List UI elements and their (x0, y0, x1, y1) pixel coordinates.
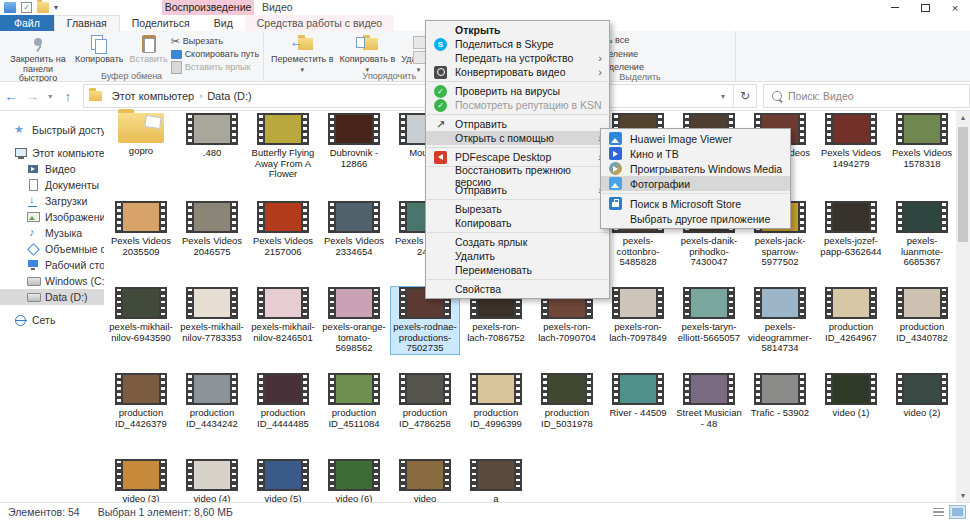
context-menu-item[interactable]: PDFescape Desktop› (426, 150, 609, 164)
context-menu-item[interactable]: Передать на устройство› (426, 51, 609, 65)
sidebar-item[interactable]: Рабочий стол (0, 257, 104, 273)
file-item[interactable]: pexels-mikhail-nilov-8246501 (249, 287, 317, 343)
ribbon-button[interactable]: ←Переместить в▾ (268, 33, 336, 75)
file-item[interactable]: Pexels Videos 2035509 (107, 201, 175, 257)
context-menu-item[interactable]: Отправить› (426, 183, 609, 197)
file-item[interactable]: video (2) (888, 373, 956, 419)
context-menu-item[interactable]: SПоделиться в Skype (426, 37, 609, 51)
sidebar-item[interactable]: Изображения (0, 209, 104, 225)
context-menu-item[interactable]: Удалить (426, 249, 609, 263)
file-item[interactable]: pexels-orange-tomato-5698562 (320, 287, 388, 354)
tab-video-tools[interactable]: Средства работы с видео (245, 15, 394, 31)
file-item[interactable]: pexels-jozef-papp-6362644 (817, 201, 885, 257)
file-item[interactable]: production ID_4264967 (817, 287, 885, 343)
context-menu-item[interactable]: Переименовать (426, 263, 609, 277)
sidebar-item[interactable]: Документы (0, 177, 104, 193)
context-menu-item[interactable]: Вырезать (426, 202, 609, 216)
file-item[interactable]: Butterfly Flying Away From A Flower (249, 113, 317, 180)
scrollbar-thumb[interactable] (958, 127, 968, 242)
context-menu-item[interactable]: Восстановить прежнюю версию (426, 169, 609, 183)
file-item[interactable]: Pexels Videos 2157006 (249, 201, 317, 257)
vertical-scrollbar[interactable]: ▲ ▼ (956, 111, 970, 503)
open-with-item[interactable]: Выбрать другое приложение (601, 211, 790, 226)
file-item[interactable]: pexels-mikhail-nilov-7783353 (178, 287, 246, 343)
context-menu-item[interactable]: Копировать (426, 216, 609, 230)
scroll-up-icon[interactable]: ▲ (956, 111, 970, 125)
context-menu-item[interactable]: Конвертировать видео› (426, 65, 609, 79)
file-item[interactable]: pexels-ron-lach-7097849 (604, 287, 672, 343)
refresh-icon[interactable]: ↻ (733, 85, 756, 107)
breadcrumb-this-pc[interactable]: Этот компьютер (108, 90, 198, 102)
file-item[interactable]: pexels-videogrammer-5814734 (746, 287, 814, 354)
details-view-toggle[interactable] (930, 505, 947, 519)
file-item[interactable]: .480 (178, 113, 246, 159)
recent-locations-chevron-icon[interactable]: ▾ (43, 92, 57, 101)
file-item[interactable]: video (5) (249, 459, 317, 505)
sidebar-item[interactable]: Музыка (0, 225, 104, 241)
file-item[interactable]: production ID_4340782 (888, 287, 956, 343)
ribbon-small-button[interactable]: Скопировать путь (171, 48, 259, 60)
open-with-item[interactable]: Кино и ТВ (601, 146, 790, 161)
customize-quick-access-chevron-icon[interactable]: ▾ (54, 2, 58, 13)
folder-icon[interactable] (37, 2, 49, 13)
context-menu-item[interactable]: Открыть (426, 23, 609, 37)
file-item[interactable]: video (6) (320, 459, 388, 505)
tab-item[interactable]: Поделиться (120, 15, 202, 31)
context-menu-item[interactable]: ✓Проверить на вирусы (426, 84, 609, 98)
file-item[interactable]: Pexels Videos 1578318 (888, 113, 956, 169)
context-menu-item[interactable]: Свойства (426, 282, 609, 296)
tab-item[interactable]: Вид (202, 15, 245, 31)
file-item[interactable]: production ID_4996399 (462, 373, 530, 429)
context-menu-item[interactable]: Открыть с помощью› (426, 131, 609, 145)
checkbox-icon[interactable]: ✓ (21, 2, 32, 13)
file-item[interactable]: video (3) (107, 459, 175, 505)
file-item[interactable]: Dubrovnik - 12866 (320, 113, 388, 169)
back-button[interactable]: ← (0, 89, 22, 104)
breadcrumb-data-d[interactable]: Data (D:) (203, 90, 256, 102)
sidebar-item[interactable]: Видео (0, 161, 104, 177)
file-item[interactable]: River - 44509 (604, 373, 672, 419)
sidebar-item[interactable]: Загрузки (0, 193, 104, 209)
open-with-item[interactable]: Проигрыватель Windows Media (601, 161, 790, 176)
file-item[interactable]: Street Musician - 48 (675, 373, 743, 429)
file-item[interactable]: Trafic - 53902 (746, 373, 814, 419)
open-with-item[interactable]: Huawei Image Viewer (601, 131, 790, 146)
address-bar[interactable]: Этот компьютер › Data (D:) ▾ ↻ (83, 84, 757, 108)
open-with-item[interactable]: Поиск в Microsoft Store (601, 196, 790, 211)
file-item[interactable]: production ID_4444485 (249, 373, 317, 429)
file-item[interactable]: pexels-luanmote-6685367 (888, 201, 956, 268)
file-item[interactable]: production ID_4786258 (391, 373, 459, 429)
file-item[interactable]: production ID_4434242 (178, 373, 246, 429)
sidebar-item[interactable]: Быстрый доступ (0, 122, 104, 138)
file-item[interactable]: video (4) (178, 459, 246, 505)
close-button[interactable]: × (940, 0, 970, 15)
up-button[interactable]: ↑ (57, 89, 79, 104)
sidebar-item[interactable]: Этот компьютер (0, 145, 104, 161)
search-input[interactable] (786, 89, 969, 103)
context-menu-item[interactable]: ↗Отправить (426, 117, 609, 131)
file-item[interactable]: Pexels Videos 1494279 (817, 113, 885, 169)
file-item[interactable]: video (1) (817, 373, 885, 419)
file-item[interactable]: pexels-taryn-elliott-5665057 (675, 287, 743, 343)
sidebar-item[interactable]: Windows (C:) (0, 273, 104, 289)
contextual-tab-header[interactable]: Воспроизведение (162, 0, 254, 15)
sidebar-item[interactable]: Сеть (0, 312, 104, 328)
scroll-down-icon[interactable]: ▼ (956, 489, 970, 503)
minimize-button[interactable] (880, 0, 910, 15)
file-item[interactable]: Pexels Videos 2046575 (178, 201, 246, 257)
tab-file[interactable]: Файл (0, 15, 54, 31)
context-menu-item[interactable]: Создать ярлык (426, 235, 609, 249)
sidebar-item[interactable]: Data (D:) (0, 289, 104, 305)
file-item[interactable]: pexels-mikhail-nilov-6943590 (107, 287, 175, 343)
file-item[interactable]: production ID_4426379 (107, 373, 175, 429)
maximize-button[interactable] (910, 0, 940, 15)
sidebar-item[interactable]: Объемные объекты (0, 241, 104, 257)
ribbon-button[interactable]: Копировать (72, 33, 126, 66)
ribbon-button[interactable]: Копировать в▾ (337, 33, 399, 75)
file-item[interactable]: Pexels Videos 2334654 (320, 201, 388, 257)
tab-item[interactable]: Главная (54, 15, 120, 31)
thumbnails-view-toggle[interactable] (949, 505, 966, 519)
open-with-item[interactable]: Фотографии (601, 176, 790, 191)
file-item[interactable]: a (462, 459, 530, 505)
file-item[interactable]: production ID_4511084 (320, 373, 388, 429)
